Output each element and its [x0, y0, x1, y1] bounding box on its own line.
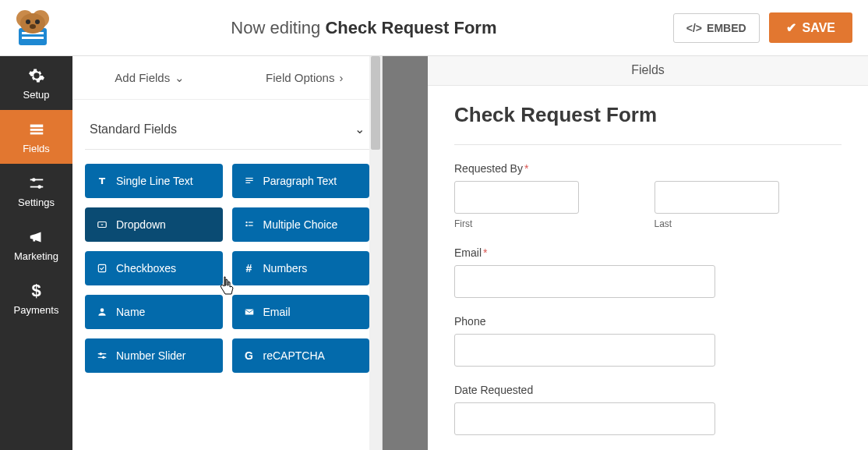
field-multiple-choice[interactable]: Multiple Choice — [232, 207, 370, 242]
tab-label: Field Options — [266, 71, 334, 84]
sidebar-item-payments[interactable]: $ Payments — [0, 271, 72, 325]
svg-rect-26 — [245, 310, 253, 315]
field-label: Phone — [454, 315, 842, 328]
divider-strip — [383, 56, 428, 450]
person-icon — [96, 306, 108, 317]
svg-rect-23 — [248, 225, 252, 226]
editing-prefix: Now editing — [231, 18, 325, 37]
svg-point-8 — [30, 24, 36, 29]
chevron-right-icon: › — [339, 71, 343, 84]
tab-label: Add Fields — [115, 71, 170, 84]
scroll-thumb[interactable] — [371, 56, 380, 150]
svg-point-20 — [245, 221, 247, 223]
field-label: Paragraph Text — [263, 175, 337, 187]
sidebar-item-setup[interactable]: Setup — [0, 56, 72, 110]
dollar-icon: $ — [28, 282, 45, 299]
field-checkboxes[interactable]: Checkboxes — [85, 251, 223, 285]
field-label: Single Line Text — [116, 175, 193, 187]
slider-icon — [96, 350, 108, 361]
form-preview: Check Request Form Requested By* First L… — [428, 86, 868, 450]
topbar: Now editing Check Request Form </> EMBED… — [0, 0, 868, 56]
svg-point-7 — [35, 19, 40, 24]
sidebar-label: Settings — [18, 197, 55, 208]
field-single-line-text[interactable]: Single Line Text — [85, 164, 223, 198]
check-icon: ✔ — [786, 20, 796, 35]
paragraph-icon — [243, 175, 256, 186]
save-label: SAVE — [803, 21, 835, 35]
field-dropdown[interactable]: Dropdown — [85, 207, 223, 242]
chevron-down-icon: ⌄ — [355, 122, 365, 136]
section-standard-fields[interactable]: Standard Fields ⌄ — [85, 114, 369, 150]
field-email[interactable]: Email* — [454, 246, 842, 298]
tab-add-fields[interactable]: Add Fields ⌄ — [72, 56, 228, 99]
envelope-icon — [243, 306, 256, 317]
text-icon — [96, 175, 108, 186]
svg-rect-17 — [245, 180, 252, 181]
bullhorn-icon — [28, 229, 45, 246]
sidebar-label: Fields — [23, 143, 50, 154]
field-label: Requested By* — [454, 162, 842, 175]
required-asterisk: * — [483, 246, 487, 259]
sidebar-item-settings[interactable]: Settings — [0, 164, 72, 218]
sidebar-label: Setup — [23, 89, 50, 101]
svg-rect-21 — [248, 222, 252, 223]
preview-header: Fields — [428, 56, 868, 86]
preview-header-label: Fields — [631, 63, 665, 77]
field-name[interactable]: Name — [85, 295, 223, 329]
panel-body: Standard Fields ⌄ Single Line Text Parag… — [72, 100, 382, 450]
svg-rect-9 — [30, 125, 43, 128]
svg-rect-16 — [245, 178, 252, 179]
svg-point-30 — [102, 356, 105, 360]
email-input[interactable] — [454, 265, 715, 298]
svg-rect-10 — [30, 129, 43, 131]
field-numbers[interactable]: #Numbers — [232, 251, 370, 285]
svg-rect-24 — [98, 264, 105, 271]
field-grid: Single Line Text Paragraph Text Dropdown… — [85, 164, 369, 373]
field-paragraph-text[interactable]: Paragraph Text — [232, 164, 370, 198]
svg-point-28 — [100, 353, 103, 356]
field-number-slider[interactable]: Number Slider — [85, 338, 223, 373]
code-icon: </> — [686, 22, 702, 34]
last-name-input[interactable] — [655, 181, 779, 214]
field-label: Date Requested — [454, 384, 842, 396]
sliders-icon — [28, 175, 45, 192]
recaptcha-icon: G — [243, 349, 256, 362]
list-icon — [243, 219, 256, 230]
last-sublabel: Last — [655, 218, 842, 229]
date-input[interactable] — [454, 402, 715, 435]
svg-rect-11 — [30, 133, 43, 135]
field-label: Multiple Choice — [263, 218, 338, 231]
embed-label: EMBED — [707, 22, 746, 34]
tab-field-options[interactable]: Field Options › — [228, 56, 383, 99]
sidebar-label: Payments — [14, 304, 59, 316]
chevron-down-icon: ⌄ — [175, 71, 185, 85]
field-date-requested[interactable]: Date Requested — [454, 384, 842, 435]
sidebar-item-fields[interactable]: Fields — [0, 110, 72, 164]
panel-scrollbar[interactable] — [369, 56, 382, 450]
checkbox-icon — [96, 263, 108, 274]
field-recaptcha[interactable]: GreCAPTCHA — [232, 338, 370, 373]
field-label: Email — [263, 306, 291, 318]
form-title: Check Request Form — [454, 103, 842, 145]
fields-panel: Add Fields ⌄ Field Options › Standard Fi… — [72, 56, 383, 450]
panel-tabs: Add Fields ⌄ Field Options › — [72, 56, 382, 100]
save-button[interactable]: ✔ SAVE — [769, 12, 852, 43]
form-name: Check Request Form — [325, 18, 496, 37]
field-label: Number Slider — [116, 349, 185, 362]
field-phone[interactable]: Phone — [454, 315, 842, 367]
first-name-input[interactable] — [454, 181, 579, 214]
field-label: reCAPTCHA — [263, 349, 325, 362]
svg-point-15 — [37, 185, 41, 189]
gear-icon — [28, 67, 45, 84]
hash-icon: # — [243, 262, 256, 275]
field-email[interactable]: Email — [232, 295, 370, 329]
svg-point-5 — [20, 13, 45, 34]
svg-rect-2 — [22, 37, 44, 39]
main: Setup Fields Settings Marketing $ Paymen… — [0, 56, 868, 450]
phone-input[interactable] — [454, 334, 715, 367]
field-label: Email* — [454, 246, 842, 259]
sidebar-item-marketing[interactable]: Marketing — [0, 218, 72, 271]
field-requested-by[interactable]: Requested By* First Last — [454, 162, 842, 229]
sidebar-label: Marketing — [14, 250, 58, 262]
embed-button[interactable]: </> EMBED — [673, 13, 760, 43]
